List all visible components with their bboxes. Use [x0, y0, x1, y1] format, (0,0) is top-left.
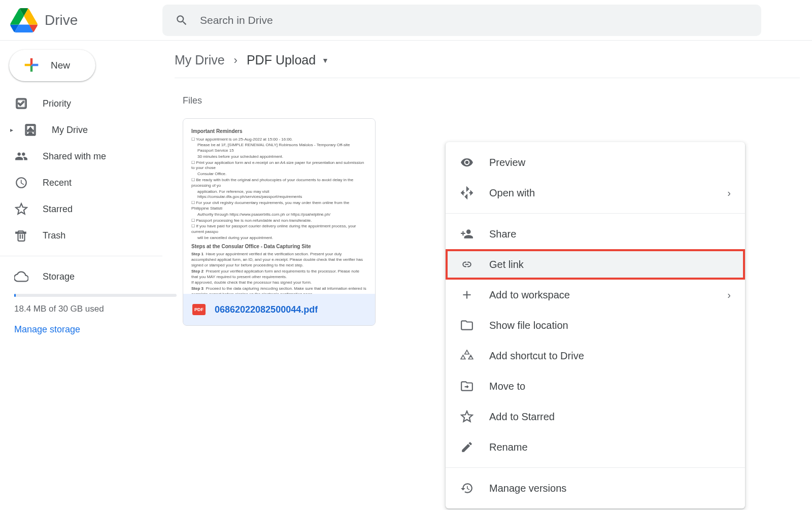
sidebar-item-priority[interactable]: Priority	[0, 90, 162, 117]
chevron-right-icon: ›	[727, 289, 731, 301]
menu-label: Manage versions	[489, 483, 731, 494]
search-bar[interactable]	[162, 5, 761, 36]
search-icon	[175, 13, 189, 27]
menu-label: Get link	[489, 259, 731, 270]
versions-icon	[460, 481, 474, 495]
pdf-icon: PDF	[192, 304, 206, 315]
nav-label: Recent	[43, 178, 72, 188]
trash-icon	[14, 228, 28, 243]
menu-rename[interactable]: Rename	[446, 432, 745, 462]
plus-icon	[21, 55, 42, 77]
nav-label: Shared with me	[43, 151, 106, 162]
menu-add-shortcut[interactable]: Add shortcut to Drive	[446, 341, 745, 371]
chevron-right-icon: ›	[727, 187, 731, 199]
menu-add-workspace[interactable]: Add to workspace ›	[446, 280, 745, 310]
menu-add-starred[interactable]: Add to Starred	[446, 401, 745, 432]
shared-icon	[14, 149, 28, 163]
drive-logo-icon	[10, 8, 38, 32]
breadcrumb-root[interactable]: My Drive	[175, 53, 225, 67]
star-icon	[460, 410, 474, 424]
search-input[interactable]	[200, 14, 749, 26]
menu-share[interactable]: Share	[446, 219, 745, 249]
sidebar-item-trash[interactable]: Trash	[0, 222, 162, 249]
app-name: Drive	[45, 12, 78, 28]
breadcrumb-current-label: PDF Upload	[247, 53, 316, 67]
menu-label: Show file location	[489, 320, 731, 331]
plus-icon	[460, 288, 474, 302]
file-card[interactable]: Important Reminders ☐ Your appointment i…	[183, 118, 376, 326]
file-thumbnail: Important Reminders ☐ Your appointment i…	[183, 119, 375, 294]
sidebar-item-my-drive[interactable]: My Drive	[0, 117, 162, 143]
file-name: 06862022082500044.pdf	[215, 304, 318, 315]
storage-label: Storage	[43, 271, 75, 282]
mydrive-icon	[23, 123, 38, 137]
manage-storage-link[interactable]: Manage storage	[14, 324, 80, 334]
header: Drive	[0, 0, 812, 41]
breadcrumb: My Drive › PDF Upload ▼	[175, 53, 800, 78]
menu-show-location[interactable]: Show file location	[446, 310, 745, 341]
nav-list: Priority My Drive Shared with me Recent …	[0, 90, 162, 249]
storage-bar	[14, 294, 177, 297]
priority-icon	[14, 96, 28, 111]
sidebar-item-recent[interactable]: Recent	[0, 169, 162, 196]
sidebar-item-storage[interactable]: Storage	[14, 263, 148, 290]
storage-section: Storage 18.4 MB of 30 GB used Manage sto…	[0, 263, 162, 335]
new-button[interactable]: New	[9, 50, 95, 81]
menu-label: Add to workspace	[489, 289, 712, 301]
menu-label: Open with	[489, 187, 712, 199]
breadcrumb-current[interactable]: PDF Upload ▼	[247, 53, 329, 67]
menu-open-with[interactable]: Open with ›	[446, 178, 745, 208]
context-menu: Preview Open with › Share Get link Add t…	[446, 142, 745, 508]
openwith-icon	[460, 186, 474, 200]
sidebar: New Priority My Drive Shared with me Rec…	[0, 41, 162, 510]
sidebar-divider	[0, 256, 162, 256]
menu-label: Add to Starred	[489, 411, 731, 423]
menu-move-to[interactable]: Move to	[446, 371, 745, 401]
files-section-title: Files	[183, 95, 812, 106]
menu-label: Rename	[489, 441, 731, 453]
nav-label: Priority	[43, 98, 71, 109]
nav-label: Trash	[43, 230, 65, 241]
cloud-icon	[14, 269, 28, 284]
menu-label: Share	[489, 228, 731, 240]
menu-label: Move to	[489, 381, 731, 392]
eye-icon	[460, 155, 474, 169]
file-footer: PDF 06862022082500044.pdf	[183, 294, 375, 325]
personadd-icon	[460, 227, 474, 241]
menu-divider	[446, 213, 745, 214]
menu-manage-versions[interactable]: Manage versions	[446, 473, 745, 503]
chevron-down-icon: ▼	[322, 56, 329, 64]
chevron-right-icon: ›	[234, 54, 238, 67]
menu-get-link[interactable]: Get link	[446, 249, 745, 280]
pencil-icon	[460, 440, 474, 454]
recent-icon	[14, 176, 28, 190]
shortcut-icon	[460, 349, 474, 363]
folder-icon	[460, 318, 474, 332]
sidebar-item-shared[interactable]: Shared with me	[0, 143, 162, 169]
sidebar-item-starred[interactable]: Starred	[0, 196, 162, 222]
new-button-label: New	[51, 60, 70, 71]
nav-label: Starred	[43, 204, 73, 215]
menu-preview[interactable]: Preview	[446, 147, 745, 178]
starred-icon	[14, 202, 28, 216]
link-icon	[460, 257, 474, 271]
storage-used-text: 18.4 MB of 30 GB used	[14, 304, 148, 314]
menu-divider	[446, 467, 745, 468]
menu-label: Preview	[489, 157, 731, 168]
menu-label: Add shortcut to Drive	[489, 350, 731, 362]
logo-area[interactable]: Drive	[10, 8, 162, 32]
moveto-icon	[460, 379, 474, 393]
nav-label: My Drive	[52, 125, 88, 135]
